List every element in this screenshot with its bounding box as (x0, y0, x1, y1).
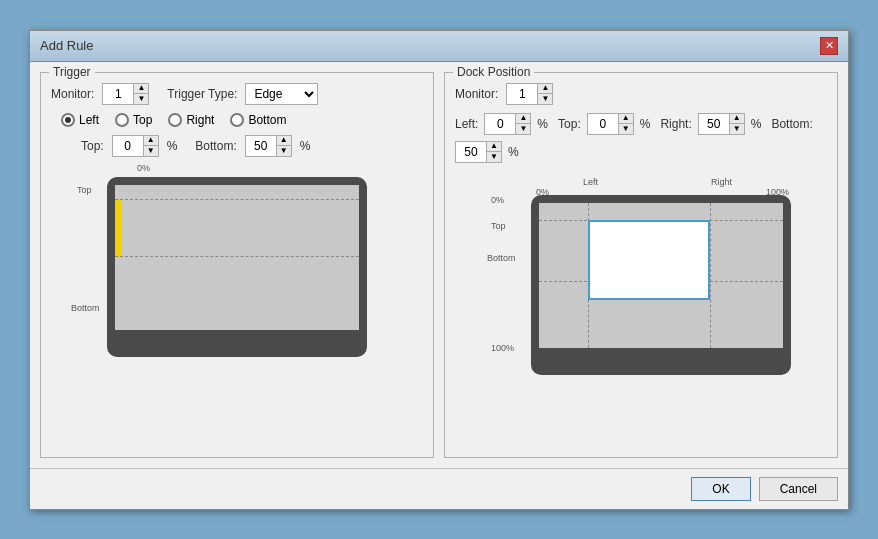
tv-stand-1 (197, 330, 277, 344)
tv-screen-2 (539, 203, 783, 348)
dock-right-down-arrow[interactable]: ▼ (730, 124, 744, 134)
dock-top-input[interactable] (588, 115, 618, 133)
top-up-arrow[interactable]: ▲ (144, 136, 158, 146)
trigger-panel: Trigger Monitor: ▲ ▼ Trigger Type: Edge … (40, 72, 434, 458)
dock-right-arrows: ▲ ▼ (729, 114, 744, 134)
dock-bottom-arrows: ▲ ▼ (486, 142, 501, 162)
left-axis-label: Left (583, 177, 598, 187)
dock-monitor-input[interactable] (507, 85, 537, 103)
trigger-type-label: Trigger Type: (167, 87, 237, 101)
dock-right-spinner[interactable]: ▲ ▼ (698, 113, 745, 135)
dock-top-spinner[interactable]: ▲ ▼ (587, 113, 634, 135)
dock-bottom-down-arrow[interactable]: ▼ (487, 152, 501, 162)
monitor-input[interactable] (103, 85, 133, 103)
radio-left[interactable]: Left (61, 113, 99, 127)
dock-top-up-arrow[interactable]: ▲ (619, 114, 633, 124)
dock-indicator-rect (588, 220, 710, 300)
monitor-up-arrow[interactable]: ▲ (134, 84, 148, 94)
tv-screen-1 (115, 185, 359, 330)
close-button[interactable]: ✕ (820, 37, 838, 55)
dock-monitor-down-arrow[interactable]: ▼ (538, 94, 552, 104)
ok-button[interactable]: OK (691, 477, 750, 501)
right-guide-v (710, 203, 711, 348)
dock-bottom-up-arrow[interactable]: ▲ (487, 142, 501, 152)
dock-monitor-up-arrow[interactable]: ▲ (538, 84, 552, 94)
trigger-panel-title: Trigger (49, 65, 95, 79)
monitor-label: Monitor: (51, 87, 94, 101)
tv-stand-2 (621, 348, 701, 362)
radio-bottom-circle (230, 113, 244, 127)
dialog-title: Add Rule (40, 38, 93, 53)
dock-left-down-arrow[interactable]: ▼ (516, 124, 530, 134)
top-input[interactable] (113, 137, 143, 155)
tv-monitor-1 (107, 177, 367, 357)
bottom-spinner[interactable]: ▲ ▼ (245, 135, 292, 157)
dock-right-up-arrow[interactable]: ▲ (730, 114, 744, 124)
pct0-left: 0% (491, 195, 504, 205)
pct-0-label: 0% (137, 163, 150, 173)
top-dashed-line (115, 199, 359, 200)
preview-wrapper-2: Left Right 0% 100% 0% Top Bottom 100% (491, 173, 791, 375)
edge-radio-group: Left Top Right Bottom (61, 113, 423, 127)
dock-left-up-arrow[interactable]: ▲ (516, 114, 530, 124)
preview-wrapper-1: 0% Top Bottom 100% (107, 177, 367, 357)
dock-left-spinner[interactable]: ▲ ▼ (484, 113, 531, 135)
dock-left-unit: % (537, 117, 548, 131)
radio-left-label: Left (79, 113, 99, 127)
bottom-bar: OK Cancel (30, 468, 848, 509)
radio-right-label: Right (186, 113, 214, 127)
title-bar: Add Rule ✕ (30, 31, 848, 62)
bottom-unit: % (300, 139, 311, 153)
monitor-preview-2: Left Right 0% 100% 0% Top Bottom 100% (455, 173, 827, 375)
dock-ltrb-row: Left: ▲ ▼ % Top: ▲ ▼ % (455, 113, 827, 163)
top-down-arrow[interactable]: ▼ (144, 146, 158, 156)
dock-monitor-label: Monitor: (455, 87, 498, 101)
dock-right-input[interactable] (699, 115, 729, 133)
top-label: Top: (81, 139, 104, 153)
dock-left-label: Left: (455, 117, 478, 131)
pct100-left: 100% (491, 343, 514, 353)
top-spinner[interactable]: ▲ ▼ (112, 135, 159, 157)
radio-right[interactable]: Right (168, 113, 214, 127)
monitor-spinner[interactable]: ▲ ▼ (102, 83, 149, 105)
cancel-button[interactable]: Cancel (759, 477, 838, 501)
top-arrows: ▲ ▼ (143, 136, 158, 156)
bottom-up-arrow[interactable]: ▲ (277, 136, 291, 146)
dock-panel-title: Dock Position (453, 65, 534, 79)
dock-right-label: Right: (660, 117, 691, 131)
top-bottom-row: Top: ▲ ▼ % Bottom: ▲ ▼ % (81, 135, 423, 157)
dock-right-unit: % (751, 117, 762, 131)
dock-top-down-arrow[interactable]: ▼ (619, 124, 633, 134)
trigger-top-row: Monitor: ▲ ▼ Trigger Type: Edge Window T… (51, 83, 423, 105)
dock-bottom-label: Bottom: (771, 117, 812, 131)
dock-bottom-spinner[interactable]: ▲ ▼ (455, 141, 502, 163)
dock-monitor-row: Monitor: ▲ ▼ (455, 83, 827, 105)
dock-panel: Dock Position Monitor: ▲ ▼ Left: (444, 72, 838, 458)
dock-top-arrows: ▲ ▼ (618, 114, 633, 134)
top-unit: % (167, 139, 178, 153)
yellow-indicator-bar (115, 199, 121, 257)
dock-bottom-unit: % (508, 145, 519, 159)
dock-monitor-arrows: ▲ ▼ (537, 84, 552, 104)
bottom-dashed-line (115, 256, 359, 257)
bottom-input[interactable] (246, 137, 276, 155)
bottom-down-arrow[interactable]: ▼ (277, 146, 291, 156)
dock-monitor-spinner[interactable]: ▲ ▼ (506, 83, 553, 105)
dock-left-input[interactable] (485, 115, 515, 133)
tv-monitor-2 (531, 195, 791, 375)
dock-left-arrows: ▲ ▼ (515, 114, 530, 134)
radio-top[interactable]: Top (115, 113, 152, 127)
radio-bottom[interactable]: Bottom (230, 113, 286, 127)
dock-bottom-input[interactable] (456, 143, 486, 161)
right-axis-label: Right (711, 177, 732, 187)
radio-right-circle (168, 113, 182, 127)
top-edge-label: Top (77, 185, 92, 195)
radio-top-label: Top (133, 113, 152, 127)
dialog-body: Trigger Monitor: ▲ ▼ Trigger Type: Edge … (30, 62, 848, 468)
top-axis-label: Top (491, 221, 506, 231)
bottom-label: Bottom: (195, 139, 236, 153)
monitor-down-arrow[interactable]: ▼ (134, 94, 148, 104)
bottom-edge-label: Bottom (71, 303, 100, 313)
bottom-axis-label: Bottom (487, 253, 516, 263)
trigger-type-select[interactable]: Edge Window Time (245, 83, 318, 105)
